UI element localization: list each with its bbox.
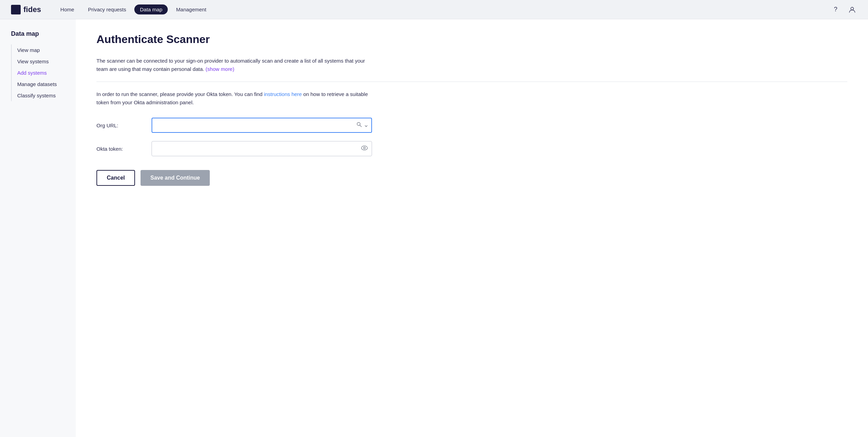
section-divider <box>96 82 847 82</box>
top-bar: fides Home Privacy requests Data map Man… <box>0 0 868 19</box>
sidebar-item-manage-datasets[interactable]: Manage datasets <box>11 78 76 90</box>
sidebar-title: Data map <box>11 30 76 38</box>
form-section: Org URL: <box>96 118 372 156</box>
save-continue-button[interactable]: Save and Continue <box>141 170 209 186</box>
description-2: In order to run the scanner, please prov… <box>96 90 372 107</box>
user-icon[interactable] <box>847 5 857 14</box>
nav-links: Home Privacy requests Data map Managemen… <box>55 4 831 14</box>
logo-text: fides <box>23 5 41 14</box>
okta-token-label: Okta token: <box>96 146 152 152</box>
cancel-button[interactable]: Cancel <box>96 170 135 186</box>
fides-logo-box <box>11 5 21 14</box>
nav-data-map[interactable]: Data map <box>134 4 168 14</box>
nav-home[interactable]: Home <box>55 4 80 14</box>
okta-token-row: Okta token: <box>96 141 372 156</box>
org-url-input-wrapper <box>152 118 372 133</box>
main-layout: Data map View map View systems Add syste… <box>0 19 868 437</box>
button-row: Cancel Save and Continue <box>96 170 847 186</box>
org-url-label: Org URL: <box>96 122 152 128</box>
logo-area: fides <box>11 5 41 14</box>
help-icon[interactable]: ? <box>831 5 840 14</box>
sidebar-item-view-systems[interactable]: View systems <box>11 56 76 67</box>
description-1: The scanner can be connected to your sig… <box>96 57 372 73</box>
okta-token-input-wrapper <box>152 141 372 156</box>
instructions-link[interactable]: instructions here <box>264 91 302 97</box>
top-bar-right: ? <box>831 5 857 14</box>
nav-privacy-requests[interactable]: Privacy requests <box>82 4 132 14</box>
org-url-row: Org URL: <box>96 118 372 133</box>
okta-token-input[interactable] <box>152 141 372 156</box>
org-url-input[interactable] <box>152 118 372 133</box>
sidebar-item-view-map[interactable]: View map <box>11 44 76 56</box>
sidebar-items: View map View systems Add systems Manage… <box>11 44 76 101</box>
page-title: Authenticate Scanner <box>96 33 847 46</box>
sidebar: Data map View map View systems Add syste… <box>0 19 76 437</box>
sidebar-item-classify-systems[interactable]: Classify systems <box>11 90 76 101</box>
sidebar-item-add-systems[interactable]: Add systems <box>11 67 76 78</box>
content-area: Authenticate Scanner The scanner can be … <box>76 19 868 437</box>
show-more-link[interactable]: (show more) <box>206 66 234 72</box>
svg-point-0 <box>851 7 854 10</box>
nav-management[interactable]: Management <box>170 4 212 14</box>
